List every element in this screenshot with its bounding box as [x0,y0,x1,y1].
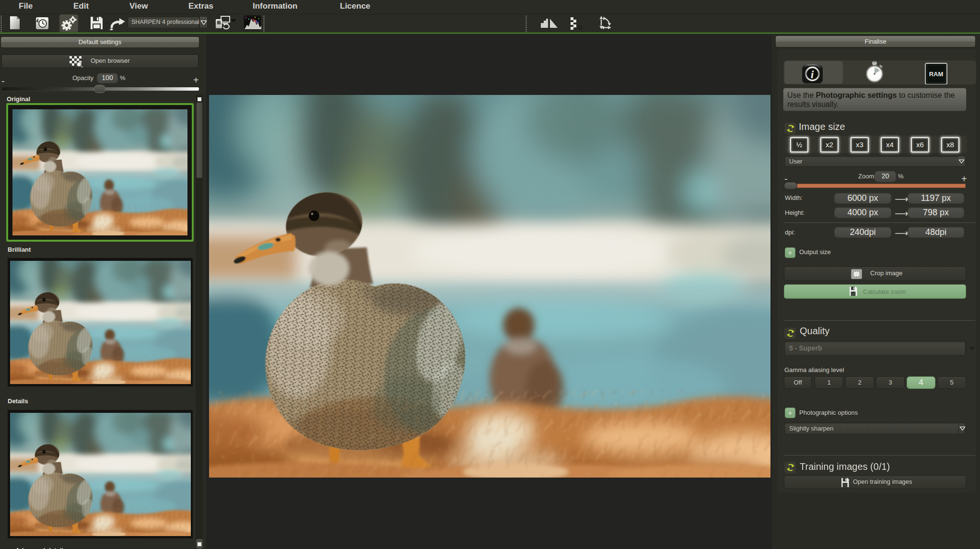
svg-text:RAM: RAM [929,70,944,78]
svg-text:i: i [811,68,814,81]
